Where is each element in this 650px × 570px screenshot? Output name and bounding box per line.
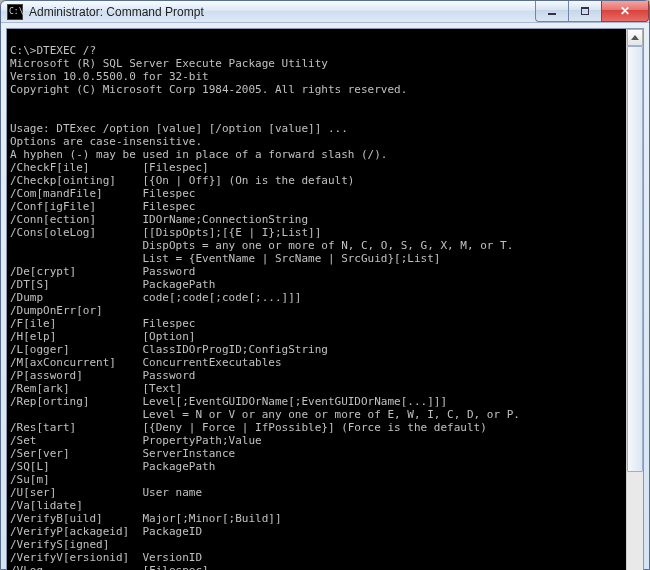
terminal-output[interactable]: C:\>DTEXEC /? Microsoft (R) SQL Server E… [7,29,626,570]
client-area: C:\>DTEXEC /? Microsoft (R) SQL Server E… [6,28,644,570]
window-title: Administrator: Command Prompt [29,5,535,19]
scroll-thumb[interactable] [627,46,643,472]
scroll-track[interactable] [627,46,643,570]
window-controls: ✕ [535,1,649,22]
scroll-up-button[interactable] [627,29,643,46]
command-prompt-window: C:\ Administrator: Command Prompt ✕ C:\>… [0,0,650,570]
cmd-icon: C:\ [7,4,23,20]
close-icon: ✕ [620,4,630,18]
vertical-scrollbar[interactable] [626,29,643,570]
close-button[interactable]: ✕ [601,1,649,22]
titlebar[interactable]: C:\ Administrator: Command Prompt ✕ [1,1,649,23]
maximize-button[interactable] [568,1,601,22]
arrow-up-icon [631,35,639,40]
minimize-button[interactable] [535,1,568,22]
